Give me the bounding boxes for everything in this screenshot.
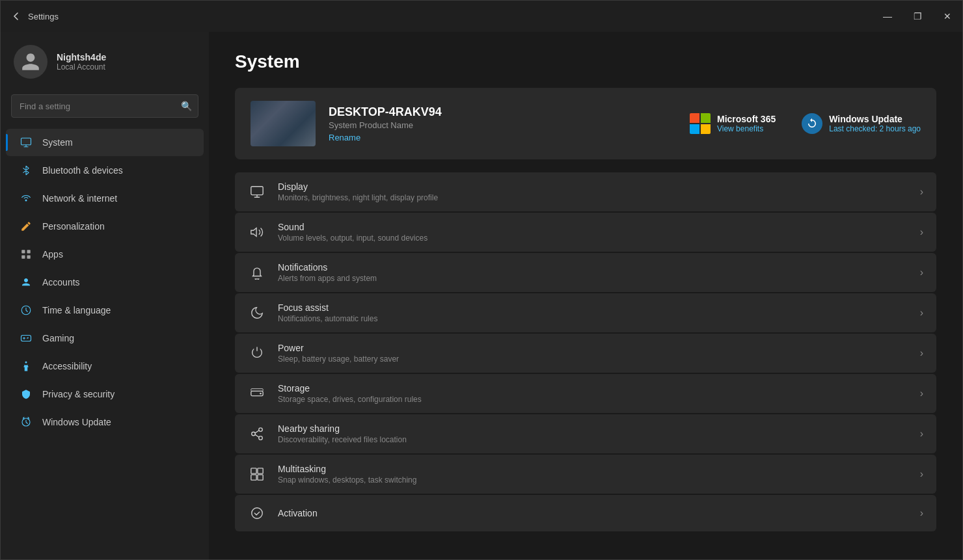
avatar xyxy=(14,45,47,79)
sidebar-item-personalization[interactable]: Personalization xyxy=(6,213,204,240)
update-info: Windows Update Last checked: 2 hours ago xyxy=(829,114,921,133)
back-icon[interactable] xyxy=(11,11,21,21)
settings-item-sound[interactable]: Sound Volume levels, output, input, soun… xyxy=(235,213,936,252)
sidebar-nav: System Bluetooth & devices Network & int… xyxy=(1,128,209,436)
power-icon xyxy=(248,344,266,362)
sidebar-item-accessibility[interactable]: Accessibility xyxy=(6,353,204,380)
sidebar-item-system-label: System xyxy=(42,137,73,148)
activation-title: Activation xyxy=(278,508,908,518)
maximize-button[interactable]: ❐ xyxy=(902,1,932,32)
search-box: 🔍 xyxy=(11,94,198,118)
focus-assist-chevron: › xyxy=(920,307,923,319)
titlebar-controls: — ❐ ✕ xyxy=(873,1,962,32)
settings-item-activation[interactable]: Activation › xyxy=(235,495,936,531)
rename-link[interactable]: Rename xyxy=(329,133,442,142)
settings-item-nearby-sharing[interactable]: Nearby sharing Discoverability, received… xyxy=(235,414,936,453)
sidebar-item-bluetooth[interactable]: Bluetooth & devices xyxy=(6,157,204,184)
accessibility-icon xyxy=(19,359,33,373)
focus-assist-text: Focus assist Notifications, automatic ru… xyxy=(278,302,908,323)
nearby-sharing-text: Nearby sharing Discoverability, received… xyxy=(278,423,908,444)
svg-point-8 xyxy=(25,362,27,364)
apps-icon xyxy=(19,247,33,261)
search-input[interactable] xyxy=(11,94,198,118)
sound-chevron: › xyxy=(920,226,923,238)
sidebar-item-network[interactable]: Network & internet xyxy=(6,185,204,212)
device-thumbnail xyxy=(251,101,316,146)
settings-item-storage[interactable]: Storage Storage space, drives, configura… xyxy=(235,374,936,413)
sound-text: Sound Volume levels, output, input, soun… xyxy=(278,222,908,243)
multitasking-text: Multitasking Snap windows, desktops, tas… xyxy=(278,464,908,485)
settings-item-power[interactable]: Power Sleep, battery usage, battery save… xyxy=(235,334,936,373)
accounts-icon xyxy=(19,275,33,289)
bluetooth-icon xyxy=(19,163,33,178)
windows-update-icon xyxy=(19,415,33,429)
settings-item-display[interactable]: Display Monitors, brightness, night ligh… xyxy=(235,172,936,211)
sidebar-item-apps-label: Apps xyxy=(42,249,63,260)
nearby-sharing-chevron: › xyxy=(920,428,923,440)
power-chevron: › xyxy=(920,347,923,359)
sound-title: Sound xyxy=(278,222,908,232)
display-chevron: › xyxy=(920,186,923,198)
settings-item-multitasking[interactable]: Multitasking Snap windows, desktops, tas… xyxy=(235,455,936,494)
notifications-subtitle: Alerts from apps and system xyxy=(278,274,908,283)
power-text: Power Sleep, battery usage, battery save… xyxy=(278,343,908,364)
focus-assist-icon xyxy=(248,304,266,322)
user-section[interactable]: Nightsh4de Local Account xyxy=(1,32,209,92)
activation-icon xyxy=(248,504,266,522)
settings-item-notifications[interactable]: Notifications Alerts from apps and syste… xyxy=(235,253,936,292)
ms365-subtitle[interactable]: View benefits xyxy=(717,124,776,133)
settings-list: Display Monitors, brightness, night ligh… xyxy=(235,172,936,531)
nearby-sharing-title: Nearby sharing xyxy=(278,423,908,434)
svg-rect-2 xyxy=(21,250,25,253)
svg-rect-0 xyxy=(21,138,31,145)
sidebar-item-privacy[interactable]: Privacy & security xyxy=(6,380,204,408)
device-left: DESKTOP-4RAKV94 System Product Name Rena… xyxy=(251,101,442,146)
storage-chevron: › xyxy=(920,388,923,399)
close-button[interactable]: ✕ xyxy=(932,1,962,32)
sidebar: Nightsh4de Local Account 🔍 System xyxy=(1,32,209,559)
ms365-title: Microsoft 365 xyxy=(717,114,776,124)
device-image xyxy=(251,101,316,146)
sidebar-item-time[interactable]: Time & language xyxy=(6,297,204,324)
user-info: Nightsh4de Local Account xyxy=(57,52,106,72)
sidebar-item-accounts[interactable]: Accounts xyxy=(6,269,204,296)
notifications-text: Notifications Alerts from apps and syste… xyxy=(278,262,908,283)
user-name: Nightsh4de xyxy=(57,52,106,62)
display-subtitle: Monitors, brightness, night light, displ… xyxy=(278,193,908,202)
svg-point-13 xyxy=(260,393,262,395)
nearby-sharing-icon xyxy=(248,425,266,443)
svg-rect-3 xyxy=(27,250,31,253)
update-icon xyxy=(802,113,822,134)
storage-text: Storage Storage space, drives, configura… xyxy=(278,383,908,404)
sidebar-item-network-label: Network & internet xyxy=(42,193,117,204)
power-title: Power xyxy=(278,343,908,353)
user-icon xyxy=(20,51,41,72)
sidebar-item-gaming[interactable]: Gaming xyxy=(6,325,204,352)
sidebar-item-time-label: Time & language xyxy=(42,305,111,315)
sidebar-item-apps[interactable]: Apps xyxy=(6,241,204,268)
svg-rect-5 xyxy=(27,256,31,259)
svg-point-15 xyxy=(252,432,256,436)
search-icon: 🔍 xyxy=(181,101,192,111)
sidebar-item-accessibility-label: Accessibility xyxy=(42,361,92,371)
multitasking-chevron: › xyxy=(920,468,923,480)
gaming-icon xyxy=(19,331,33,345)
minimize-button[interactable]: — xyxy=(873,1,902,32)
svg-point-1 xyxy=(25,200,27,202)
sidebar-item-accounts-label: Accounts xyxy=(42,277,80,287)
sidebar-item-system[interactable]: System xyxy=(6,129,204,156)
settings-item-focus-assist[interactable]: Focus assist Notifications, automatic ru… xyxy=(235,293,936,332)
ms365-service[interactable]: Microsoft 365 View benefits xyxy=(690,113,776,134)
svg-point-16 xyxy=(259,436,263,440)
ms365-icon-blue xyxy=(690,124,699,134)
activation-chevron: › xyxy=(920,507,923,519)
sidebar-item-windows-update[interactable]: Windows Update xyxy=(6,408,204,436)
device-card: DESKTOP-4RAKV94 System Product Name Rena… xyxy=(235,88,936,159)
windows-update-service[interactable]: Windows Update Last checked: 2 hours ago xyxy=(802,113,921,134)
notifications-icon xyxy=(248,263,266,282)
sidebar-item-bluetooth-label: Bluetooth & devices xyxy=(42,165,123,176)
sidebar-item-windows-update-label: Windows Update xyxy=(42,417,111,427)
main-content: System DESKTOP-4RAKV94 System Product Na… xyxy=(209,32,962,559)
multitasking-title: Multitasking xyxy=(278,464,908,474)
svg-rect-19 xyxy=(251,475,256,480)
